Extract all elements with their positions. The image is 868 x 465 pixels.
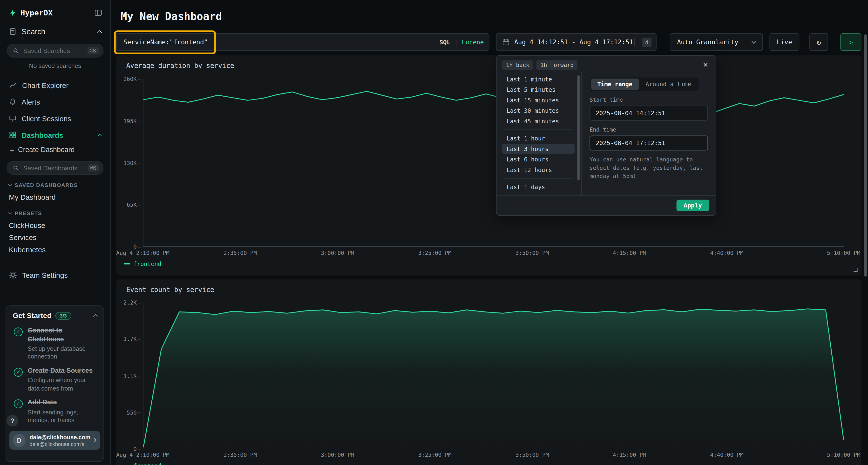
preset-option[interactable]: Last 12 hours bbox=[502, 165, 575, 175]
create-dashboard-button[interactable]: + Create Dashboard bbox=[0, 143, 110, 157]
tab-around-a-time[interactable]: Around a time bbox=[639, 78, 698, 90]
section-presets[interactable]: PRESETS bbox=[9, 210, 101, 216]
popover-header: 1h back 1h forward × bbox=[496, 56, 716, 72]
preset-option[interactable]: Last 30 minutes bbox=[502, 106, 575, 115]
preset-option[interactable]: Last 15 minutes bbox=[502, 95, 575, 105]
sql-toggle[interactable]: SQL bbox=[439, 38, 451, 46]
nav-label: Client Sessions bbox=[22, 114, 101, 122]
natural-language-hint: You can use natural language to select d… bbox=[590, 156, 708, 180]
preset-option[interactable]: Last 6 hours bbox=[502, 155, 575, 164]
x-tick: 3:25:00 PM bbox=[418, 250, 452, 256]
chart-title: Event count by service bbox=[126, 286, 214, 294]
bolt-icon bbox=[9, 9, 17, 17]
nav-label: Alerts bbox=[22, 98, 101, 106]
shift-forward-button[interactable]: 1h forward bbox=[536, 60, 578, 70]
x-tick: 4:15:00 PM bbox=[613, 452, 646, 458]
x-tick: Aug 4 2:10:00 PM bbox=[116, 452, 169, 458]
live-button[interactable]: Live bbox=[769, 33, 799, 51]
plus-icon: + bbox=[10, 146, 14, 154]
section-saved-dashboards[interactable]: SAVED DASHBOARDS bbox=[9, 182, 101, 188]
refresh-button[interactable]: ↻ bbox=[809, 33, 828, 51]
preset-option[interactable]: Last 45 minutes bbox=[502, 116, 575, 126]
line-chart-plot[interactable] bbox=[143, 303, 844, 449]
y-tick: 195K bbox=[123, 118, 141, 124]
apply-button[interactable]: Apply bbox=[676, 200, 709, 211]
get-started-item-add-data[interactable]: ✓ Add Data Start sending logs, metrics, … bbox=[6, 395, 103, 427]
chevron-down-icon bbox=[751, 39, 756, 44]
avatar: D bbox=[13, 434, 26, 447]
x-axis-labels: Aug 4 2:10:00 PM 2:35:00 PM 3:00:00 PM 3… bbox=[143, 250, 844, 258]
get-started-item-connect[interactable]: ✓ Connect to ClickHouse Set up your data… bbox=[6, 323, 103, 363]
y-axis-labels: 260K 195K 130K 65K 0 bbox=[116, 79, 142, 247]
preset-option[interactable]: Last 1 days bbox=[502, 182, 575, 192]
preset-option-selected[interactable]: Last 3 hours bbox=[502, 144, 575, 154]
popover-footer: Apply bbox=[496, 195, 716, 215]
get-started-item-sources[interactable]: ✓ Create Data Sources Configure where yo… bbox=[6, 363, 103, 395]
monitor-icon bbox=[9, 114, 17, 122]
check-circle-icon: ✓ bbox=[14, 327, 23, 336]
sidebar-item-clickhouse[interactable]: ClickHouse bbox=[0, 219, 110, 231]
page-scrollbar-thumb[interactable] bbox=[864, 34, 867, 276]
sidebar-item-chart-explorer[interactable]: Chart Explorer bbox=[0, 77, 110, 94]
shift-back-button[interactable]: 1h back bbox=[502, 60, 533, 70]
collapse-sidebar-icon[interactable] bbox=[94, 9, 102, 16]
preset-option[interactable]: Last 5 minutes bbox=[502, 85, 575, 94]
preset-option[interactable]: Last 1 hour bbox=[502, 133, 575, 143]
sidebar-item-team-settings[interactable]: Team Settings bbox=[0, 267, 110, 283]
saved-dashboards-input[interactable]: Saved Dashboards ⌘K bbox=[7, 161, 104, 175]
end-time-input[interactable] bbox=[590, 136, 708, 151]
x-axis-labels: Aug 4 2:10:00 PM 2:35:00 PM 3:00:00 PM 3… bbox=[143, 452, 844, 460]
x-tick: 4:40:00 PM bbox=[710, 250, 743, 256]
close-icon[interactable]: × bbox=[701, 61, 710, 69]
preset-option[interactable]: Last 2 days bbox=[502, 193, 575, 195]
y-tick: 130K bbox=[123, 160, 141, 166]
y-tick: 65K bbox=[127, 202, 141, 208]
search-icon bbox=[13, 165, 20, 171]
get-started-card: Get Started 3/3 ✓ Connect to ClickHouse … bbox=[5, 305, 104, 462]
sidebar-item-search[interactable]: Search bbox=[0, 23, 110, 40]
run-query-button[interactable]: ▷ bbox=[840, 33, 861, 51]
granularity-select[interactable]: Auto Granularity bbox=[670, 33, 763, 51]
gear-icon bbox=[9, 271, 17, 279]
x-tick: 3:25:00 PM bbox=[418, 452, 452, 458]
resize-handle[interactable] bbox=[854, 268, 858, 271]
hyperdx-logo[interactable]: HyperDX bbox=[9, 8, 53, 17]
scrollbar-thumb[interactable] bbox=[578, 75, 580, 180]
sidebar-item-services[interactable]: Services bbox=[0, 231, 110, 243]
user-account-row[interactable]: D dale@clickhouse.com dale@clickhouse.co… bbox=[9, 431, 100, 450]
document-icon bbox=[9, 28, 17, 35]
time-range-input[interactable]: Aug 4 14:12:51 - Aug 4 17:12:51 d bbox=[496, 33, 656, 51]
y-axis-labels: 2.2K 1.7K 1.1K 550 0 bbox=[116, 303, 142, 449]
sidebar-item-client-sessions[interactable]: Client Sessions bbox=[0, 110, 110, 127]
lucene-toggle[interactable]: Lucene bbox=[462, 38, 484, 46]
sidebar-item-kubernetes[interactable]: Kubernetes bbox=[0, 243, 110, 256]
saved-searches-placeholder: Saved Searches bbox=[23, 47, 83, 54]
line-chart-plot[interactable] bbox=[143, 79, 844, 247]
start-time-input[interactable] bbox=[590, 106, 708, 121]
team-settings-label: Team Settings bbox=[22, 271, 101, 279]
sidebar-item-my-dashboard[interactable]: My Dashboard bbox=[0, 191, 110, 203]
legend-line-swatch bbox=[124, 263, 130, 265]
grid-icon bbox=[9, 131, 17, 139]
saved-searches-input[interactable]: Saved Searches ⌘K bbox=[7, 44, 104, 57]
tab-time-range[interactable]: Time range bbox=[591, 78, 639, 90]
chart-card-event-count: Event count by service 2.2K 1.7K 1.1K 55… bbox=[116, 279, 861, 465]
granularity-value: Auto Granularity bbox=[677, 38, 738, 46]
x-tick: 4:15:00 PM bbox=[613, 250, 646, 256]
sidebar-item-alerts[interactable]: Alerts bbox=[0, 94, 110, 110]
get-started-header[interactable]: Get Started 3/3 bbox=[6, 306, 103, 323]
chart-legend[interactable]: frontend bbox=[124, 261, 161, 267]
sidebar-item-dashboards[interactable]: Dashboards bbox=[0, 127, 110, 143]
preset-option[interactable]: Last 1 minute bbox=[502, 74, 575, 84]
divider bbox=[503, 129, 574, 130]
x-tick: 3:50:00 PM bbox=[516, 250, 549, 256]
x-tick: 3:00:00 PM bbox=[321, 250, 354, 256]
help-button[interactable]: ? bbox=[7, 415, 18, 427]
y-tick: 0 bbox=[133, 446, 141, 452]
chart-card-average-duration: Average duration by service 260K 195K 13… bbox=[116, 56, 861, 276]
chart-legend[interactable]: frontend bbox=[124, 462, 161, 465]
task-title: Connect to ClickHouse bbox=[28, 327, 97, 344]
search-input[interactable] bbox=[116, 33, 489, 51]
screenshot-stage: HyperDX Search Saved Searches ⌘K No save… bbox=[0, 0, 868, 465]
search-section-label: Search bbox=[22, 28, 93, 36]
